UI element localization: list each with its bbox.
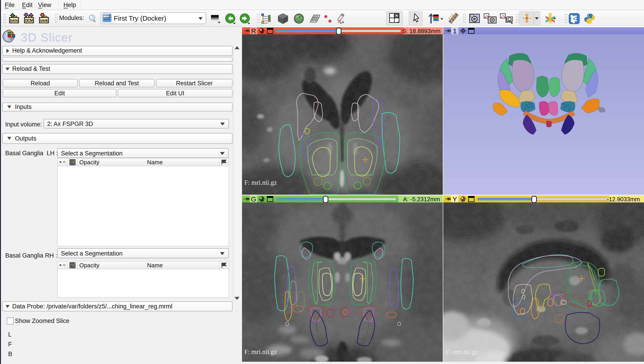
svg-text:F: mri.nii.gz: F: mri.nii.gz (244, 348, 277, 355)
svg-text:DATA: DATA (10, 19, 18, 23)
svg-text:Template: Template (104, 19, 110, 21)
svg-text:Loadable: Loadable (104, 17, 110, 18)
svg-text:F: mri.nii.gz: F: mri.nii.gz (244, 179, 277, 186)
svg-text:SAVE: SAVE (40, 19, 48, 23)
svg-text:DCM: DCM (25, 19, 33, 23)
svg-text:F: mri.nii.gz: F: mri.nii.gz (446, 348, 478, 355)
svg-text:Scripted: Scripted (104, 15, 110, 16)
